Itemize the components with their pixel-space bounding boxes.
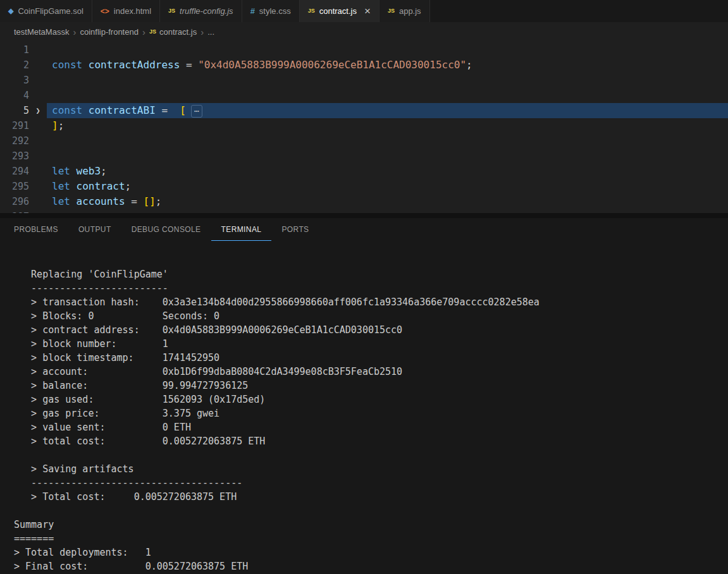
code-token: ; [466, 59, 472, 71]
code-token: = [180, 59, 198, 71]
code-line[interactable]: 292 [0, 133, 728, 149]
code-content [47, 73, 728, 88]
tab-label: index.html [114, 6, 151, 16]
code-token: contractAddress [89, 59, 180, 71]
vscode-window: ◆CoinFlipGame.sol<>index.htmlJStruffle-c… [0, 0, 728, 574]
tab-index.html[interactable]: <>index.html [92, 0, 160, 22]
line-number[interactable]: 293 [0, 149, 29, 164]
code-content [47, 88, 728, 103]
gutter-spacer [29, 118, 47, 133]
tab-label: style.css [259, 6, 291, 16]
code-token: ; [125, 180, 132, 192]
code-content: const contractAddress = "0x4d0A5883B999A… [47, 58, 728, 73]
code-content: let accounts = []; [47, 194, 728, 209]
bottom-panel: PROBLEMSOUTPUTDEBUG CONSOLETERMINALPORTS… [0, 218, 728, 574]
js-file-icon: JS [149, 29, 156, 35]
code-line[interactable]: 295let contract; [0, 179, 728, 194]
tab-truffle-config.js[interactable]: JStruffle-config.js [160, 0, 242, 22]
code-content: let contract; [47, 179, 728, 194]
code-token: = [125, 195, 144, 207]
gutter-spacer [29, 194, 47, 209]
gutter-spacer [29, 164, 47, 179]
chevron-right-icon: › [201, 27, 204, 37]
code-line[interactable]: 3 [0, 73, 728, 88]
line-number[interactable]: 294 [0, 164, 29, 179]
code-line[interactable]: 5❯const contractABI = [⋯ [0, 103, 728, 118]
code-content [47, 133, 728, 149]
line-number[interactable]: 295 [0, 179, 29, 194]
code-token: ; [101, 165, 107, 177]
code-token: [] [144, 195, 156, 207]
tab-label: app.js [399, 6, 421, 16]
panel-tab-output[interactable]: OUTPUT [68, 218, 121, 241]
code-editor[interactable]: 12const contractAddress = "0x4d0A5883B99… [0, 41, 728, 213]
code-token: = [156, 104, 180, 116]
line-number[interactable]: 292 [0, 133, 29, 149]
tab-style.css[interactable]: #style.css [242, 0, 300, 22]
code-token: const [52, 104, 89, 116]
breadcrumb-item[interactable]: JScontract.js [149, 27, 197, 37]
breadcrumb-item[interactable]: coinflip-frontend [80, 27, 139, 37]
code-token: ; [156, 195, 162, 207]
code-line[interactable]: 1 [0, 42, 728, 58]
line-number[interactable]: 5 [0, 103, 29, 118]
line-number[interactable]: 3 [0, 73, 29, 88]
code-line[interactable]: 293 [0, 149, 728, 164]
code-token: "0x4d0A5883B999A0006269eCeB1A1cCAD030015… [198, 59, 466, 71]
gutter-spacer [29, 58, 47, 73]
terminal-output[interactable]: Replacing 'CoinFlipGame' ---------------… [0, 241, 728, 574]
code-content: let web3; [47, 164, 728, 179]
code-line[interactable]: 296let accounts = []; [0, 194, 728, 209]
code-token: web3 [77, 165, 101, 177]
code-content: const contractABI = [⋯ [47, 103, 728, 118]
code-line[interactable]: 4 [0, 88, 728, 103]
line-number[interactable]: 291 [0, 118, 29, 133]
solidity-file-icon: ◆ [8, 8, 13, 15]
breadcrumb-label: testMetaMassk [14, 27, 69, 37]
js-file-icon: JS [388, 8, 395, 14]
code-content [47, 42, 728, 58]
code-token: let [52, 180, 77, 192]
code-token: accounts [77, 195, 125, 207]
panel-tab-debug-console[interactable]: DEBUG CONSOLE [121, 218, 211, 241]
tab-CoinFlipGame.sol[interactable]: ◆CoinFlipGame.sol [0, 0, 92, 22]
js-file-icon: JS [308, 8, 315, 14]
breadcrumb-item[interactable]: testMetaMassk [14, 27, 69, 37]
horizontal-scrollbar[interactable] [0, 213, 728, 218]
panel-tab-ports[interactable]: PORTS [271, 218, 319, 241]
chevron-right-icon: › [73, 27, 76, 37]
panel-tab-bar: PROBLEMSOUTPUTDEBUG CONSOLETERMINALPORTS [0, 218, 728, 241]
code-content: ]; [47, 118, 728, 133]
line-number[interactable]: 2 [0, 58, 29, 73]
chevron-right-icon: › [142, 27, 145, 37]
gutter-spacer [29, 88, 47, 103]
gutter-spacer [29, 179, 47, 194]
gutter-spacer [29, 149, 47, 164]
gutter-spacer [29, 133, 47, 149]
tab-label: CoinFlipGame.sol [18, 6, 83, 16]
code-line[interactable]: 294let web3; [0, 164, 728, 179]
breadcrumb: testMetaMassk›coinflip-frontend›JScontra… [0, 22, 728, 41]
close-icon[interactable]: × [364, 6, 371, 16]
gutter-spacer [29, 42, 47, 58]
panel-tab-problems[interactable]: PROBLEMS [14, 218, 68, 241]
breadcrumb-item[interactable]: ... [207, 27, 214, 37]
tab-contract.js[interactable]: JScontract.js× [300, 0, 379, 22]
line-number[interactable]: 296 [0, 194, 29, 209]
breadcrumb-label: coinflip-frontend [80, 27, 139, 37]
tab-label: contract.js [319, 6, 357, 16]
code-line[interactable]: 2const contractAddress = "0x4d0A5883B999… [0, 58, 728, 73]
panel-tab-terminal[interactable]: TERMINAL [211, 218, 272, 241]
fold-chevron-icon[interactable]: ❯ [29, 103, 47, 118]
line-number[interactable]: 4 [0, 88, 29, 103]
code-token: [ [180, 104, 186, 116]
line-number[interactable]: 1 [0, 42, 29, 58]
breadcrumb-label: ... [207, 27, 214, 37]
tab-app.js[interactable]: JSapp.js [379, 0, 430, 22]
html-file-icon: <> [101, 8, 109, 15]
code-line[interactable]: 291]; [0, 118, 728, 133]
code-token: ] [52, 119, 58, 131]
code-token: contract [77, 180, 125, 192]
js-file-icon: JS [168, 8, 175, 14]
breadcrumb-label: contract.js [159, 27, 197, 37]
